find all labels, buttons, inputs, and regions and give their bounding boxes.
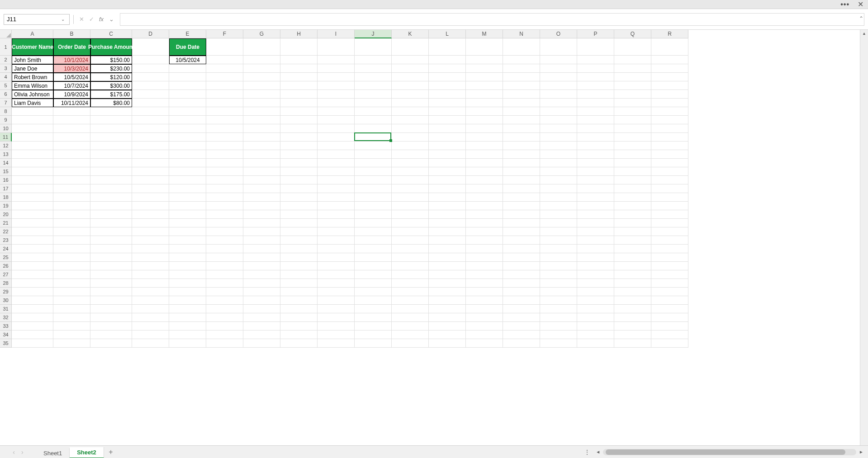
cell-G27[interactable] [243,270,280,279]
cell-C34[interactable] [90,331,132,339]
cell-H23[interactable] [280,236,318,245]
cell-R11[interactable] [651,133,688,142]
cell-G31[interactable] [243,305,280,313]
cell-C30[interactable] [90,296,132,305]
cell-B16[interactable] [53,176,90,184]
cell-P5[interactable] [577,81,614,90]
cell-F8[interactable] [206,107,243,116]
column-header-D[interactable]: D [132,30,169,38]
cell-I2[interactable] [318,56,355,64]
cell-F31[interactable] [206,305,243,313]
cell-R30[interactable] [651,296,688,305]
cell-O4[interactable] [540,73,577,81]
cell-K32[interactable] [392,313,429,322]
row-header-13[interactable]: 13 [0,150,12,159]
more-icon[interactable]: ••• [840,0,849,9]
cell-C23[interactable] [90,236,132,245]
cell-C32[interactable] [90,313,132,322]
cell-M2[interactable] [466,56,503,64]
cell-R13[interactable] [651,150,688,159]
cell-E21[interactable] [169,219,206,227]
cell-P8[interactable] [577,107,614,116]
cell-L28[interactable] [429,279,466,288]
cell-M30[interactable] [466,296,503,305]
cell-Q7[interactable] [614,99,651,107]
cell-C27[interactable] [90,270,132,279]
cell-N14[interactable] [503,159,540,167]
column-header-P[interactable]: P [577,30,614,38]
cell-K20[interactable] [392,210,429,219]
column-header-E[interactable]: E [169,30,206,38]
cell-B8[interactable] [53,107,90,116]
cell-E26[interactable] [169,262,206,270]
cell-E11[interactable] [169,133,206,142]
cell-N4[interactable] [503,73,540,81]
cell-H9[interactable] [280,116,318,124]
cell-G15[interactable] [243,167,280,176]
cell-E10[interactable] [169,124,206,133]
cell-E19[interactable] [169,202,206,210]
cell-P17[interactable] [577,184,614,193]
cell-G8[interactable] [243,107,280,116]
cell-N20[interactable] [503,210,540,219]
cell-P10[interactable] [577,124,614,133]
cell-M28[interactable] [466,279,503,288]
cell-C12[interactable] [90,142,132,150]
cell-N21[interactable] [503,219,540,227]
cell-G4[interactable] [243,73,280,81]
cell-M11[interactable] [466,133,503,142]
cell-N3[interactable] [503,64,540,73]
cell-A34[interactable] [12,331,53,339]
cell-H11[interactable] [280,133,318,142]
cell-L10[interactable] [429,124,466,133]
cell-K30[interactable] [392,296,429,305]
cell-N15[interactable] [503,167,540,176]
cell-I14[interactable] [318,159,355,167]
cell-P14[interactable] [577,159,614,167]
cell-N2[interactable] [503,56,540,64]
cell-O8[interactable] [540,107,577,116]
cell-E33[interactable] [169,322,206,331]
cell-O17[interactable] [540,184,577,193]
cell-G6[interactable] [243,90,280,99]
hscroll-right-icon[interactable]: ► [859,449,863,454]
cell-J5[interactable] [355,81,392,90]
column-header-K[interactable]: K [392,30,429,38]
cell-D3[interactable] [132,64,169,73]
cell-F30[interactable] [206,296,243,305]
cell-H22[interactable] [280,227,318,236]
cell-B10[interactable] [53,124,90,133]
cell-amount-1[interactable]: $230.00 [90,64,132,73]
name-box-dropdown-icon[interactable]: ⌄ [58,17,67,22]
cell-R26[interactable] [651,262,688,270]
cell-I18[interactable] [318,193,355,202]
row-header-22[interactable]: 22 [0,227,12,236]
cell-N10[interactable] [503,124,540,133]
cell-E32[interactable] [169,313,206,322]
cell-L17[interactable] [429,184,466,193]
cell-A26[interactable] [12,262,53,270]
cell-I19[interactable] [318,202,355,210]
cell-Q21[interactable] [614,219,651,227]
column-header-O[interactable]: O [540,30,577,38]
cell-P11[interactable] [577,133,614,142]
cell-B11[interactable] [53,133,90,142]
cell-H5[interactable] [280,81,318,90]
cell-R7[interactable] [651,99,688,107]
cell-C22[interactable] [90,227,132,236]
cell-D29[interactable] [132,288,169,296]
cell-M18[interactable] [466,193,503,202]
cell-R6[interactable] [651,90,688,99]
cell-M35[interactable] [466,339,503,348]
cell-customer-1[interactable]: Jane Doe [12,64,53,73]
cell-B28[interactable] [53,279,90,288]
cell-B30[interactable] [53,296,90,305]
cell-P19[interactable] [577,202,614,210]
cell-C35[interactable] [90,339,132,348]
cell-B24[interactable] [53,245,90,253]
column-header-H[interactable]: H [280,30,318,38]
cell-D32[interactable] [132,313,169,322]
cell-I15[interactable] [318,167,355,176]
cell-K12[interactable] [392,142,429,150]
cell-I6[interactable] [318,90,355,99]
